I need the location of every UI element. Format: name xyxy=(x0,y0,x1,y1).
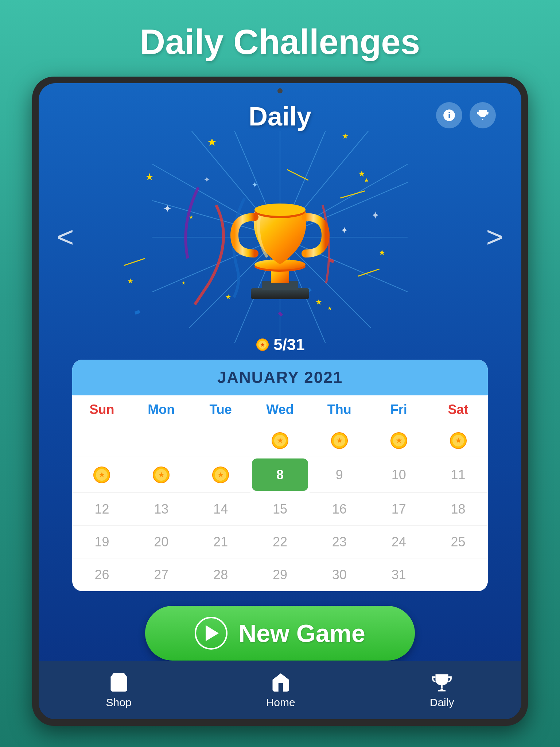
cal-cell-1-7[interactable]: ★ xyxy=(428,424,488,457)
cal-cell-17[interactable]: 17 xyxy=(369,493,428,526)
game-header: Daily xyxy=(249,101,311,131)
day-header-sun: Sun xyxy=(72,395,132,424)
camera-dot xyxy=(277,88,283,93)
cal-cell-24[interactable]: 24 xyxy=(369,526,428,558)
svg-text:★: ★ xyxy=(277,437,283,444)
cal-cell-14[interactable]: 14 xyxy=(191,493,250,526)
cal-cell-30[interactable]: 30 xyxy=(310,558,369,591)
nav-label-shop: Shop xyxy=(106,696,132,709)
svg-text:★: ★ xyxy=(455,437,462,444)
prev-arrow[interactable]: < xyxy=(57,220,74,254)
cal-cell-11[interactable]: 11 xyxy=(428,457,488,493)
cal-cell-19[interactable]: 19 xyxy=(72,526,132,558)
cal-cell-sun-medal[interactable]: ★ xyxy=(72,457,132,493)
trophy-button[interactable] xyxy=(470,102,496,128)
cal-cell-1-4[interactable]: ★ xyxy=(250,424,310,457)
svg-text:★: ★ xyxy=(396,437,402,444)
bottom-nav: Shop Home ★ Daily xyxy=(39,661,521,719)
svg-text:★: ★ xyxy=(260,342,265,348)
top-icons: i xyxy=(436,102,496,128)
daily-icon: ★ xyxy=(431,671,453,693)
play-icon-circle xyxy=(195,617,228,650)
svg-line-41 xyxy=(358,269,379,276)
svg-text:★: ★ xyxy=(99,471,105,479)
cal-cell-empty-2 xyxy=(132,424,191,457)
medal-count-icon: ★ xyxy=(255,337,270,352)
cal-cell-23[interactable]: 23 xyxy=(310,526,369,558)
medal-count-display: ★ 5/31 xyxy=(255,336,305,354)
info-button[interactable]: i xyxy=(436,102,462,128)
shop-icon xyxy=(108,671,130,693)
cal-cell-16[interactable]: 16 xyxy=(310,493,369,526)
cal-cell-20[interactable]: 20 xyxy=(132,526,191,558)
cal-cell-31[interactable]: 31 xyxy=(369,558,428,591)
cal-cell-22[interactable]: 22 xyxy=(250,526,310,558)
trophy-image xyxy=(214,157,346,317)
cal-cell-empty-1 xyxy=(72,424,132,457)
svg-text:★: ★ xyxy=(358,169,366,179)
cal-cell-today[interactable]: 8 xyxy=(252,458,308,491)
next-arrow[interactable]: > xyxy=(486,220,503,254)
cal-cell-12[interactable]: 12 xyxy=(72,493,132,526)
svg-text:✦: ✦ xyxy=(163,203,172,214)
svg-point-52 xyxy=(254,204,306,216)
cal-cell-9[interactable]: 9 xyxy=(310,457,369,493)
cal-cell-mon-medal[interactable]: ★ xyxy=(132,457,191,493)
nav-label-home: Home xyxy=(266,696,295,709)
cal-cell-18[interactable]: 18 xyxy=(428,493,488,526)
tablet-screen: i Daily xyxy=(39,83,521,719)
calendar-month: JANUARY 2021 xyxy=(72,360,488,395)
cal-cell-empty-end xyxy=(428,558,488,591)
home-icon xyxy=(270,671,292,693)
day-header-wed: Wed xyxy=(250,395,310,424)
svg-text:i: i xyxy=(448,111,450,120)
nav-label-daily: Daily xyxy=(430,696,454,709)
play-triangle-icon xyxy=(206,625,219,641)
calendar-grid: Sun Mon Tue Wed Thu Fri Sat ★ ★ ★ xyxy=(72,395,488,591)
new-game-button[interactable]: New Game xyxy=(145,606,415,661)
svg-point-2 xyxy=(482,119,483,120)
cal-cell-10[interactable]: 10 xyxy=(369,457,428,493)
svg-point-78 xyxy=(440,688,443,691)
trophy-area: ★ ★ ★ ★ ★ ★ ★ ★ ✦ ✦ xyxy=(39,131,521,343)
cal-cell-15[interactable]: 15 xyxy=(250,493,310,526)
svg-text:★: ★ xyxy=(218,471,224,479)
svg-text:★: ★ xyxy=(439,677,444,684)
cal-cell-1-5[interactable]: ★ xyxy=(310,424,369,457)
cal-cell-26[interactable]: 26 xyxy=(72,558,132,591)
page-title: Daily Challenges xyxy=(140,22,420,62)
cal-cell-13[interactable]: 13 xyxy=(132,493,191,526)
nav-item-shop[interactable]: Shop xyxy=(106,671,132,709)
svg-text:★: ★ xyxy=(145,171,154,182)
svg-line-40 xyxy=(124,258,145,265)
calendar: JANUARY 2021 Sun Mon Tue Wed Thu Fri Sat… xyxy=(72,360,488,591)
day-header-sat: Sat xyxy=(428,395,488,424)
day-header-mon: Mon xyxy=(132,395,191,424)
day-header-fri: Fri xyxy=(369,395,428,424)
svg-text:★: ★ xyxy=(337,437,343,444)
nav-item-home[interactable]: Home xyxy=(266,671,295,709)
svg-text:★: ★ xyxy=(158,471,164,479)
nav-item-daily[interactable]: ★ Daily xyxy=(430,671,454,709)
cal-cell-28[interactable]: 28 xyxy=(191,558,250,591)
new-game-label: New Game xyxy=(238,619,365,647)
cal-cell-27[interactable]: 27 xyxy=(132,558,191,591)
cal-cell-1-6[interactable]: ★ xyxy=(369,424,428,457)
cal-cell-25[interactable]: 25 xyxy=(428,526,488,558)
cal-cell-tue-medal[interactable]: ★ xyxy=(191,457,250,493)
cal-cell-empty-3 xyxy=(191,424,250,457)
svg-text:★: ★ xyxy=(127,277,133,285)
cal-cell-29[interactable]: 29 xyxy=(250,558,310,591)
svg-rect-45 xyxy=(135,310,140,315)
cal-cell-21[interactable]: 21 xyxy=(191,526,250,558)
day-header-thu: Thu xyxy=(310,395,369,424)
day-header-tue: Tue xyxy=(191,395,250,424)
tablet-frame: i Daily xyxy=(32,77,528,726)
